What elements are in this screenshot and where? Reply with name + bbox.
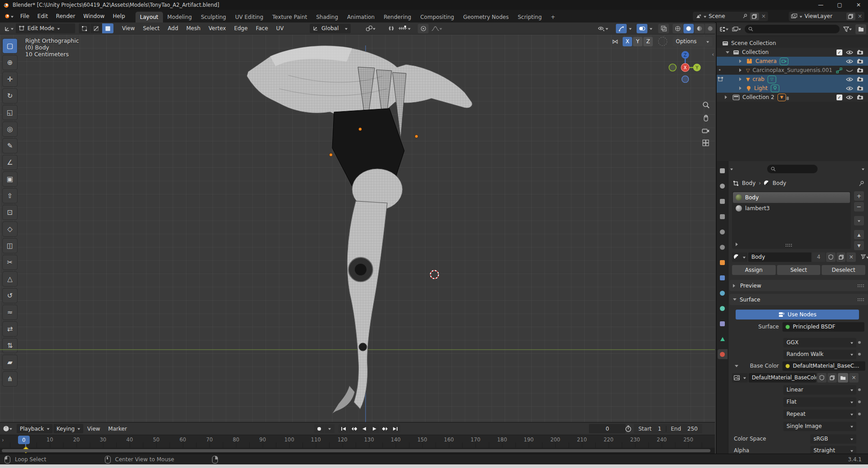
use-nodes-button[interactable]: Use Nodes <box>736 310 859 320</box>
unlink-scene-icon[interactable]: × <box>761 13 766 19</box>
collection-checkbox[interactable]: ✓ <box>836 50 842 55</box>
shading-material-icon[interactable] <box>694 24 705 33</box>
decorator-dot[interactable] <box>858 413 861 415</box>
copy-material-icon[interactable] <box>836 252 846 262</box>
browse-image-dropdown[interactable] <box>732 373 748 382</box>
viewport-menu[interactable]: Add <box>164 22 182 34</box>
disable-render-camera-icon[interactable] <box>857 76 863 82</box>
workspace-tab[interactable]: + <box>546 12 560 22</box>
decorator-dot[interactable] <box>858 341 861 344</box>
sss-method-dropdown[interactable]: Random Walk <box>783 350 856 359</box>
gizmo-z-neg-axis[interactable] <box>682 76 689 83</box>
decorator-dot[interactable] <box>858 388 861 391</box>
close-button[interactable]: ✕ <box>849 0 868 10</box>
topbar-menu[interactable]: Edit <box>33 10 52 22</box>
breadcrumb-material[interactable]: Body <box>773 180 786 186</box>
viewport-menu[interactable]: Mesh <box>182 22 205 34</box>
shading-rendered-icon[interactable] <box>705 24 715 33</box>
base-color-field[interactable]: DefaultMaterial_BaseC... <box>782 361 865 371</box>
workspace-tab[interactable]: Sculpting <box>196 12 231 22</box>
pin-icon[interactable] <box>742 14 748 19</box>
jump-to-start-icon[interactable] <box>339 424 348 433</box>
unlink-material-icon[interactable]: × <box>846 252 856 262</box>
output-tab[interactable] <box>718 196 728 206</box>
frame-end-field[interactable]: End250 <box>666 426 702 432</box>
particles-tab[interactable] <box>718 288 728 298</box>
physics-tab[interactable] <box>718 303 728 313</box>
collection-checkbox[interactable]: ✓ <box>836 94 842 100</box>
minimize-button[interactable]: — <box>811 0 830 10</box>
edge-select-mode-icon[interactable] <box>90 23 102 33</box>
object-tab[interactable] <box>718 257 728 267</box>
outliner-row-collection[interactable]: Collection ✓ <box>717 48 868 57</box>
outliner-row-carcinoplax[interactable]: • ▽ Carcinoplax_Suruguensis.001 <box>717 66 868 75</box>
playback-dropdown[interactable]: Playback <box>17 424 53 433</box>
timeline-view-menu[interactable]: View <box>83 423 104 435</box>
record-options-dropdown[interactable] <box>325 424 335 433</box>
disclosure-open-icon[interactable] <box>726 51 729 55</box>
scene-tab[interactable] <box>718 227 728 237</box>
current-frame-field[interactable]: 0 <box>589 424 626 433</box>
timeline-expand-arrow[interactable]: › <box>2 437 4 443</box>
workspace-tab[interactable]: Shading <box>312 12 343 22</box>
new-scene-copy-icon[interactable] <box>750 13 759 20</box>
assign-button[interactable]: Assign <box>732 265 776 275</box>
add-slot-button[interactable]: + <box>854 191 864 201</box>
filter-icon[interactable] <box>843 27 852 32</box>
outliner-row-light[interactable]: Light <box>717 84 868 93</box>
disable-render-camera-icon[interactable] <box>857 94 863 100</box>
surface-panel-header[interactable]: Surface <box>729 294 868 305</box>
mesh-filter-dropdown[interactable] <box>860 254 868 260</box>
proportional-falloff-dropdown[interactable] <box>431 26 442 32</box>
decorator-dot[interactable] <box>858 400 861 403</box>
visibility-dropdown[interactable] <box>598 26 608 32</box>
open-image-folder-icon[interactable] <box>838 373 848 382</box>
decorator-dot[interactable] <box>858 353 861 356</box>
disclosure-closed-icon[interactable] <box>725 95 729 99</box>
snap-toggle-icon[interactable] <box>388 25 395 32</box>
outliner-display-mode-icon[interactable] <box>732 27 741 32</box>
view-layer-tab[interactable] <box>718 212 728 221</box>
timeline-editor-icon[interactable] <box>3 425 12 432</box>
gizmo-y-neg-axis[interactable] <box>669 64 676 71</box>
play-icon[interactable] <box>370 424 380 433</box>
shading-wireframe-icon[interactable] <box>673 24 683 33</box>
topbar-menu[interactable]: Render <box>52 10 79 22</box>
properties-nav-chevron[interactable] <box>730 168 733 171</box>
use-preview-range-icon[interactable] <box>625 425 632 432</box>
proportional-editing-icon[interactable] <box>418 24 429 33</box>
outliner-row-camera[interactable]: Camera <box>717 57 868 66</box>
outliner-row-collection-2[interactable]: Collection 2 ▼ 8 ✓ <box>717 93 868 102</box>
eye-closed-icon[interactable] <box>846 68 853 73</box>
workspace-tab[interactable]: Scripting <box>513 12 546 22</box>
disable-render-camera-icon[interactable] <box>857 86 863 91</box>
disable-render-camera-icon[interactable] <box>857 58 863 64</box>
workspace-tab[interactable]: Geometry Nodes <box>459 12 513 22</box>
fake-user-shield-icon[interactable] <box>826 252 836 262</box>
breadcrumb-object[interactable]: Body <box>742 180 755 186</box>
mesh-data-badge[interactable]: ▽ <box>768 76 776 83</box>
topbar-menu[interactable]: Window <box>79 10 108 22</box>
outliner-search-input[interactable] <box>745 25 840 33</box>
model-crab-claw[interactable] <box>247 45 472 414</box>
color-space-dropdown[interactable]: sRGB <box>810 434 856 444</box>
list-expand-icon[interactable] <box>736 243 740 246</box>
new-view-layer-icon[interactable] <box>846 13 855 20</box>
navigation-gizmo[interactable]: X Y Z <box>668 49 702 83</box>
scene-canvas[interactable] <box>0 35 715 422</box>
face-select-mode-icon[interactable] <box>102 23 113 33</box>
remove-view-layer-icon[interactable]: × <box>858 13 862 19</box>
image-name-field[interactable]: DefaultMaterial_BaseColor.... <box>749 373 816 382</box>
render-tab[interactable] <box>718 181 728 191</box>
properties-search-input[interactable] <box>767 165 818 173</box>
list-resize-grip[interactable] <box>785 243 792 247</box>
disable-render-camera-icon[interactable] <box>857 50 863 55</box>
prev-keyframe-icon[interactable] <box>349 424 359 433</box>
workspace-tab[interactable]: Rendering <box>379 12 416 22</box>
source-dropdown[interactable]: Single Image <box>783 422 856 431</box>
light-data-badge[interactable] <box>771 85 779 92</box>
play-reverse-icon[interactable] <box>359 424 369 433</box>
viewport-menu[interactable]: Face <box>252 22 272 34</box>
object-data-tab[interactable] <box>718 334 728 344</box>
camera-view-icon[interactable] <box>702 127 710 134</box>
